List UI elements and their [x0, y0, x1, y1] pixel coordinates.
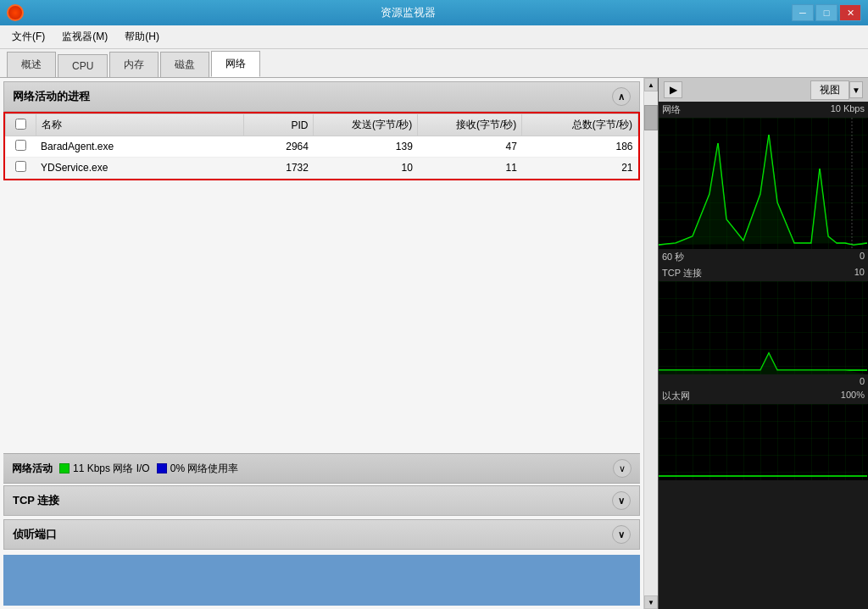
svg-rect-2	[659, 281, 867, 374]
net-io-dot	[59, 463, 70, 473]
network-activity-left: 网络活动 11 Kbps 网络 I/O 0% 网络使用率	[12, 462, 238, 476]
blue-bottom-area	[3, 555, 640, 606]
tcp-section-title: TCP 连接	[13, 493, 59, 508]
ethernet-chart-title: 以太网	[662, 390, 690, 402]
menu-file[interactable]: 文件(F)	[5, 26, 52, 47]
tcp-chart-area	[659, 281, 868, 374]
network-chart-time-row: 60 秒 0	[659, 249, 868, 265]
row-checkbox[interactable]	[15, 161, 26, 172]
app-logo	[7, 4, 24, 21]
tcp-chart-time-val: 0	[860, 376, 865, 386]
nav-button[interactable]: ▶	[664, 81, 682, 98]
col-checkbox	[6, 114, 36, 136]
listen-section-header[interactable]: 侦听端口 ∨	[3, 519, 640, 550]
tcp-section-header[interactable]: TCP 连接 ∨	[3, 485, 640, 516]
col-total-header[interactable]: 总数(字节/秒)	[522, 114, 638, 136]
tcp-chart-section: TCP 连接 10	[659, 265, 868, 388]
network-chart-area	[659, 118, 868, 249]
col-name-header[interactable]: 名称	[36, 114, 244, 136]
process-table-container: 名称 PID 发送(字节/秒) 接收(字节/秒) 总数(字节/秒) BaradA…	[3, 112, 640, 180]
row-total: 21	[522, 158, 638, 179]
ethernet-chart-section: 以太网 100%	[659, 388, 868, 609]
tab-memory[interactable]: 内存	[109, 52, 159, 77]
row-recv: 11	[418, 158, 522, 179]
row-total: 186	[522, 136, 638, 158]
right-content: ▶ 视图 ▼ 网络 10 Kbps	[659, 78, 868, 609]
tab-cpu[interactable]: CPU	[58, 54, 108, 77]
row-send: 139	[314, 136, 418, 158]
process-table: 名称 PID 发送(字节/秒) 接收(字节/秒) 总数(字节/秒) BaradA…	[5, 113, 638, 179]
menu-bar: 文件(F) 监视器(M) 帮助(H)	[0, 25, 868, 49]
window-title: 资源监视器	[24, 5, 792, 20]
process-section-expand[interactable]: ∧	[612, 87, 631, 106]
row-pid: 2964	[244, 136, 314, 158]
tcp-chart-label: TCP 连接 10	[659, 265, 868, 281]
tcp-chart-time-row: 0	[659, 374, 868, 388]
scroll-thumb[interactable]	[644, 105, 658, 130]
right-panel: ▶ 视图 ▼ 网络 10 Kbps	[658, 78, 868, 609]
tcp-section-expand[interactable]: ∨	[612, 491, 631, 510]
row-checkbox[interactable]	[15, 140, 26, 151]
view-button[interactable]: 视图	[810, 80, 849, 100]
process-section-header[interactable]: 网络活动的进程 ∧	[3, 81, 640, 112]
network-chart-value: 10 Kbps	[831, 103, 865, 116]
row-checkbox-cell	[6, 158, 36, 179]
scroll-down-button[interactable]: ▼	[644, 595, 658, 609]
ethernet-chart-value: 100%	[841, 390, 865, 402]
table-row[interactable]: BaradAgent.exe 2964 139 47 186	[6, 136, 638, 158]
tab-disk[interactable]: 磁盘	[160, 52, 209, 77]
select-all-checkbox[interactable]	[15, 119, 26, 130]
col-send-header[interactable]: 发送(字节/秒)	[314, 114, 418, 136]
right-top-bar: ▶ 视图 ▼	[659, 78, 868, 102]
row-pid: 1732	[244, 158, 314, 179]
listen-section-title: 侦听端口	[13, 527, 57, 542]
col-recv-header[interactable]: 接收(字节/秒)	[418, 114, 522, 136]
view-dropdown[interactable]: ▼	[849, 81, 863, 98]
view-controls: 视图 ▼	[810, 80, 863, 100]
row-checkbox-cell	[6, 136, 36, 158]
left-content: 网络活动的进程 ∧ 名称 PID 发送(字节	[0, 78, 643, 609]
main-layout: 网络活动的进程 ∧ 名称 PID 发送(字节	[0, 78, 868, 609]
left-panel: 网络活动的进程 ∧ 名称 PID 发送(字节	[0, 78, 658, 609]
row-name: BaradAgent.exe	[36, 136, 244, 158]
tab-network[interactable]: 网络	[211, 51, 260, 77]
table-row[interactable]: YDService.exe 1732 10 11 21	[6, 158, 638, 179]
tcp-chart-value: 10	[854, 267, 865, 280]
tcp-section: TCP 连接 ∨	[3, 485, 640, 516]
net-io-indicator: 11 Kbps 网络 I/O	[59, 462, 150, 476]
network-chart-section: 网络 10 Kbps	[659, 102, 868, 265]
network-chart-svg	[659, 118, 867, 249]
menu-monitor[interactable]: 监视器(M)	[55, 26, 114, 47]
tcp-chart-svg	[659, 281, 867, 374]
close-button[interactable]: ✕	[839, 4, 861, 21]
network-chart-time-val: 0	[860, 251, 865, 263]
window-controls: ─ □ ✕	[792, 4, 861, 21]
menu-help[interactable]: 帮助(H)	[118, 26, 166, 47]
network-activity-expand[interactable]: ∨	[613, 459, 632, 478]
tab-bar: 概述 CPU 内存 磁盘 网络	[0, 49, 868, 78]
scroll-up-button[interactable]: ▲	[644, 78, 658, 91]
tab-overview[interactable]: 概述	[7, 52, 56, 77]
scrollbar[interactable]: ▲ ▼	[643, 78, 658, 609]
network-chart-title: 网络	[662, 103, 681, 116]
svg-rect-3	[659, 404, 867, 480]
listen-section-expand[interactable]: ∨	[612, 525, 631, 544]
row-send: 10	[314, 158, 418, 179]
net-usage-dot	[157, 463, 167, 473]
left-scroll-area: 网络活动的进程 ∧ 名称 PID 发送(字节	[0, 78, 658, 609]
maximize-button[interactable]: □	[815, 4, 837, 21]
network-activity-label: 网络活动	[12, 462, 53, 476]
row-recv: 47	[418, 136, 522, 158]
col-pid-header[interactable]: PID	[244, 114, 314, 136]
minimize-button[interactable]: ─	[792, 4, 814, 21]
ethernet-chart-area	[659, 404, 868, 480]
ethernet-chart-label: 以太网 100%	[659, 388, 868, 404]
empty-space	[0, 184, 643, 453]
net-io-label: 11 Kbps 网络 I/O	[73, 462, 150, 476]
tcp-chart-title: TCP 连接	[662, 267, 702, 280]
title-bar: 资源监视器 ─ □ ✕	[0, 0, 868, 25]
listen-section: 侦听端口 ∨	[3, 519, 640, 550]
network-activity-bar: 网络活动 11 Kbps 网络 I/O 0% 网络使用率 ∨	[3, 453, 640, 484]
net-usage-indicator: 0% 网络使用率	[157, 462, 239, 476]
process-section-title: 网络活动的进程	[13, 89, 90, 104]
